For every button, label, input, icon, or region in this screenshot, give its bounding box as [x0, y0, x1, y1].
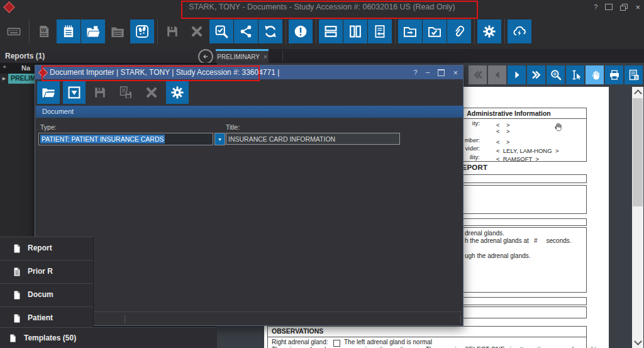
pan-hand-button[interactable] — [586, 65, 604, 84]
main-toolbar — [0, 14, 644, 49]
folder-arrow-icon — [402, 24, 418, 39]
keyboard-icon — [6, 24, 21, 39]
sidebar-item-documents[interactable]: Docum — [0, 283, 93, 306]
document-importer-dialog[interactable]: Document Importer | STARK, TONY | Study … — [35, 65, 464, 326]
open-document-button[interactable] — [37, 81, 60, 104]
open-reports-folder-button[interactable] — [81, 20, 105, 43]
dialog-close-icon[interactable]: × — [453, 68, 458, 77]
name-column-header[interactable]: Na — [21, 64, 30, 72]
close-icon[interactable]: × — [635, 3, 640, 12]
split-horizontal-icon — [323, 24, 338, 39]
check-magnifier-icon — [214, 24, 229, 39]
cloud-lightning-icon — [512, 24, 527, 39]
toolbar-separator — [286, 19, 286, 44]
dialog-titlebar[interactable]: Document Importer | STARK, TONY | Study … — [35, 65, 463, 79]
refresh-button[interactable] — [258, 20, 282, 43]
document-title-input[interactable] — [226, 133, 400, 145]
help-icon[interactable]: ? — [594, 3, 597, 11]
keyboard-button[interactable] — [2, 20, 26, 43]
last-page-button[interactable] — [527, 65, 545, 84]
sidebar-item-reports[interactable]: Report — [0, 237, 93, 260]
refresh-icon — [263, 24, 278, 39]
settings-button[interactable] — [477, 20, 501, 43]
prior-reports-folder-button[interactable] — [106, 20, 130, 43]
split-vertical-icon — [348, 24, 363, 39]
tab-close-icon[interactable]: × — [264, 53, 267, 60]
discard-button[interactable] — [185, 20, 209, 43]
approve-folder-button[interactable] — [423, 20, 447, 43]
stat-alert-button[interactable] — [289, 20, 313, 43]
save-copy-button[interactable] — [114, 81, 137, 104]
dialog-logo-icon — [38, 68, 48, 78]
save-copy-icon — [118, 85, 133, 100]
import-scan-button[interactable] — [63, 81, 86, 104]
combo-dropdown-button[interactable]: ▼ — [214, 133, 225, 145]
admin-row-value: < RAMSOFT > — [496, 155, 539, 162]
verify-report-button[interactable] — [209, 20, 233, 43]
sidebar-item-label: Patient — [28, 313, 53, 322]
footprints-audit-button[interactable] — [130, 20, 154, 43]
save-button[interactable] — [160, 20, 184, 43]
delete-button[interactable] — [140, 81, 163, 104]
dialog-maximize-icon[interactable] — [438, 69, 445, 76]
report-layout-button[interactable] — [625, 65, 643, 84]
dialog-save-button[interactable] — [89, 81, 111, 104]
scroll-up-icon[interactable] — [634, 89, 642, 98]
window-titlebar[interactable]: STARK, TONY - Documents - Study Accessio… — [0, 0, 644, 14]
folder-page-icon — [86, 24, 101, 39]
page-scrollbar[interactable] — [632, 87, 643, 348]
toolbar-separator — [395, 19, 396, 44]
reports-panel-header: Reports (1) — [0, 49, 217, 63]
collapse-panel-button[interactable] — [198, 49, 213, 64]
cloud-upload-button[interactable] — [508, 20, 531, 43]
sidebar-item-prior-reports[interactable]: Prior R — [0, 260, 93, 283]
gear-icon — [482, 24, 497, 39]
share-button[interactable] — [234, 20, 258, 43]
split-vertical-button[interactable] — [343, 20, 367, 43]
notepad-icon — [61, 24, 76, 39]
dialog-title: Document Importer | STARK, TONY | Study … — [50, 65, 279, 79]
tab-preliminary[interactable]: PRELIMINARY × — [216, 49, 269, 63]
attachment-button[interactable] — [447, 20, 471, 43]
observations-divider — [268, 337, 586, 337]
scroll-down-icon[interactable] — [634, 337, 642, 345]
expander-icon[interactable]: ▶ — [0, 74, 8, 84]
hand-icon — [589, 69, 601, 81]
first-page-button[interactable] — [469, 65, 487, 84]
open-folder-icon — [41, 85, 56, 100]
toolbar-separator — [157, 19, 158, 44]
folder-list-icon — [110, 24, 125, 39]
zoom-search-button[interactable] — [547, 65, 565, 84]
word-report-button[interactable] — [32, 20, 56, 43]
page-icon — [8, 333, 18, 344]
return-document-button[interactable] — [368, 20, 392, 43]
sidebar-item-patient[interactable]: Patient — [0, 306, 93, 330]
fullscreen-icon[interactable] — [605, 4, 613, 10]
dialog-statusbar — [35, 312, 463, 327]
document-type-combobox[interactable]: PATIENT: PATIENT INSURANCE CARDS — [38, 133, 213, 145]
dialog-minimize-icon[interactable]: – — [426, 68, 430, 77]
text-report-button[interactable] — [57, 20, 80, 43]
export-folder-button[interactable] — [398, 20, 422, 43]
restore-icon[interactable] — [620, 4, 628, 10]
tab-label: PRELIMINARY — [217, 53, 260, 60]
report-text-line: h the adrenal glands at # seconds. — [465, 237, 572, 244]
print-button[interactable] — [605, 65, 623, 84]
previous-page-button[interactable] — [488, 65, 506, 84]
text-select-button[interactable] — [566, 65, 584, 84]
exclamation-icon — [293, 24, 308, 39]
sort-icon[interactable]: * — [3, 64, 6, 72]
report-text-line: ugh the adrenal glands. — [465, 252, 531, 259]
scrollbar-thumb[interactable] — [633, 98, 643, 206]
sidebar-item-templates[interactable]: Templates (50) — [0, 327, 217, 348]
split-horizontal-button[interactable] — [319, 20, 343, 43]
dialog-help-icon[interactable]: ? — [414, 69, 418, 76]
x-icon — [189, 24, 204, 39]
text-cursor-icon — [569, 69, 582, 81]
share-icon — [238, 24, 253, 39]
toolbar-separator — [316, 19, 316, 44]
dialog-settings-button[interactable] — [166, 81, 189, 104]
next-page-button[interactable] — [508, 65, 526, 84]
printer-icon — [608, 69, 621, 81]
tab-divider — [282, 50, 283, 62]
